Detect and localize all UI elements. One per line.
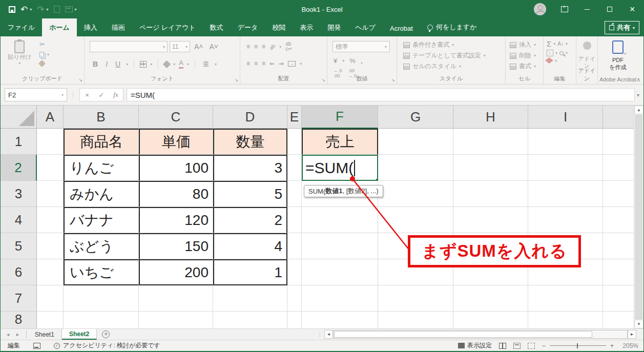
zoom-slider[interactable] (550, 345, 606, 346)
number-format-combobox[interactable]: 標準▾ (333, 41, 390, 52)
cell-b3[interactable]: みかん (64, 181, 139, 207)
zoom-level[interactable]: 205% (621, 342, 638, 349)
cell-e7[interactable] (287, 285, 302, 312)
cell-a3[interactable] (37, 181, 64, 207)
cell-a4[interactable] (37, 207, 64, 233)
cell-d2[interactable]: 3 (213, 155, 287, 181)
cell-b7[interactable] (64, 285, 139, 312)
macro-record-icon[interactable] (33, 343, 40, 349)
orientation-icon[interactable]: ab (268, 43, 277, 51)
zoom-slider-knob[interactable] (577, 343, 578, 348)
cell-i3[interactable] (528, 181, 603, 207)
display-settings-button[interactable]: 表示設定 (458, 341, 492, 350)
tab-home[interactable]: ホーム (42, 18, 77, 36)
cell-a8[interactable] (37, 312, 64, 328)
cell-a7[interactable] (37, 285, 64, 312)
tab-page-layout[interactable]: ページ レイアウト (132, 18, 203, 36)
increase-indent-icon[interactable]: ⇒ (279, 60, 284, 67)
row-header-3[interactable]: 3 (1, 181, 37, 207)
align-top-icon[interactable]: ≡ (246, 43, 250, 50)
select-all-button[interactable] (1, 106, 37, 129)
expand-formula-bar-icon[interactable]: ▾ (637, 92, 639, 98)
cell-g3[interactable] (378, 181, 453, 207)
find-select-icon[interactable] (559, 51, 564, 55)
number-dialog-launcher-icon[interactable]: ↘ (391, 77, 395, 82)
cell-g4[interactable] (378, 207, 453, 233)
row-header-6[interactable]: 6 (1, 259, 37, 285)
horizontal-scrollbar-track[interactable] (333, 330, 628, 339)
row-header-8[interactable]: 8 (1, 312, 37, 328)
cell-h3[interactable] (453, 181, 528, 207)
align-center-icon[interactable]: ≡ (254, 60, 258, 67)
cell-f4[interactable] (302, 207, 378, 233)
cell-i7[interactable] (528, 285, 603, 312)
row-header-4[interactable]: 4 (1, 207, 37, 233)
cell-a1[interactable] (37, 129, 64, 155)
cell-f2-editing[interactable]: =SUM( (302, 155, 378, 181)
name-box[interactable]: F2 ▾ (5, 88, 67, 101)
tab-acrobat[interactable]: Acrobat (383, 20, 420, 36)
sort-filter-icon[interactable]: A↕ (557, 41, 564, 47)
create-pdf-button[interactable]: PDFを作成 (598, 57, 638, 71)
merge-center-icon[interactable]: ↔ (288, 61, 296, 67)
cell-f5[interactable] (302, 233, 378, 259)
cell-g8[interactable] (378, 312, 453, 328)
phonetic-guide-icon[interactable]: 亜 (201, 60, 211, 69)
alignment-dialog-launcher-icon[interactable]: ↘ (321, 77, 325, 82)
collapse-ribbon-icon[interactable]: ∧ (636, 76, 640, 83)
autosum-icon[interactable]: Σ (547, 39, 551, 48)
paste-button[interactable]: 貼り付け ▾ (8, 40, 32, 66)
cell-d6[interactable]: 1 (213, 259, 287, 285)
cell-b6[interactable]: いちご (64, 259, 139, 285)
font-dialog-launcher-icon[interactable]: ↘ (234, 77, 238, 82)
vertical-scrollbar-thumb[interactable] (635, 115, 642, 319)
formula-input[interactable]: =SUM( (127, 88, 635, 101)
tab-review[interactable]: 校閲 (265, 18, 293, 36)
cell-e1[interactable] (287, 129, 302, 155)
insert-cells-button[interactable]: 挿入▾ (510, 40, 536, 49)
row-header-2[interactable]: 2 (1, 155, 37, 181)
cell-a6[interactable] (37, 259, 64, 285)
row-header-7[interactable]: 7 (1, 285, 37, 312)
tab-file[interactable]: ファイル (1, 18, 42, 36)
align-left-icon[interactable]: ≡ (246, 60, 250, 67)
cell-c7[interactable] (139, 285, 213, 312)
cell-h1[interactable] (453, 129, 528, 155)
clipboard-dialog-launcher-icon[interactable]: ↘ (78, 77, 82, 82)
bold-button[interactable]: B (91, 60, 100, 68)
cell-h8[interactable] (453, 312, 528, 328)
cell-d4[interactable]: 2 (213, 207, 287, 233)
cell-b1[interactable]: 商品名 (64, 129, 139, 155)
col-header-h[interactable]: H (453, 106, 528, 129)
wrap-text-icon[interactable]: abc↵ (285, 42, 292, 52)
format-painter-icon[interactable] (38, 60, 46, 67)
cell-c1[interactable]: 単価 (139, 129, 213, 155)
col-header-e[interactable]: E (287, 106, 302, 129)
font-name-combobox[interactable]: ▾ (90, 41, 168, 52)
cell-a5[interactable] (37, 233, 64, 259)
page-break-view-icon[interactable] (528, 343, 535, 349)
cell-h2[interactable] (453, 155, 528, 181)
scroll-down-icon[interactable]: ▼ (634, 320, 643, 328)
row-header-5[interactable]: 5 (1, 233, 37, 259)
accessibility-status[interactable]: アクセシビリティ: 検討が必要です (63, 341, 160, 350)
cell-b8[interactable] (64, 312, 139, 328)
decrease-indent-icon[interactable]: ⇐ (269, 60, 275, 67)
decrease-font-icon[interactable]: A˅ (207, 43, 221, 51)
tab-formulas[interactable]: 数式 (203, 18, 231, 36)
cell-h7[interactable] (453, 285, 528, 312)
cell-c8[interactable] (139, 312, 213, 328)
cell-c4[interactable]: 120 (139, 207, 213, 233)
cell-e8[interactable] (287, 312, 302, 328)
name-box-dropdown-icon[interactable]: ▾ (61, 93, 64, 97)
cell-e5[interactable] (287, 233, 302, 259)
new-sheet-icon[interactable]: + (102, 330, 110, 338)
cell-b2[interactable]: りんご (64, 155, 139, 181)
fill-color-icon[interactable] (163, 60, 171, 68)
cell-c6[interactable]: 200 (139, 259, 213, 285)
scroll-left-icon[interactable]: ◄ (324, 330, 333, 339)
tab-data[interactable]: データ (231, 18, 265, 36)
col-header-d[interactable]: D (213, 106, 287, 129)
sheet-tab-sheet2[interactable]: Sheet2 (62, 329, 97, 340)
fill-down-icon[interactable]: ↓ (547, 50, 553, 56)
